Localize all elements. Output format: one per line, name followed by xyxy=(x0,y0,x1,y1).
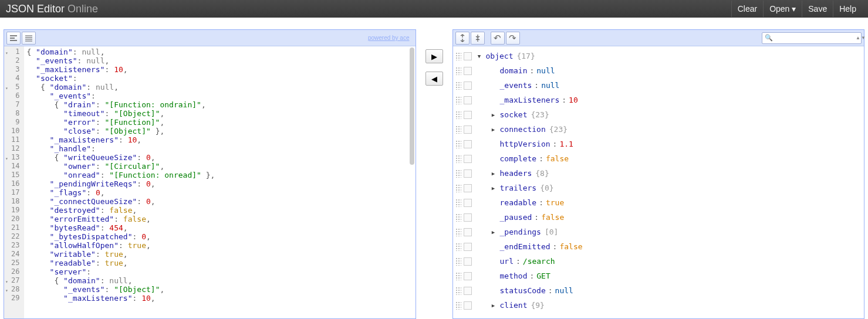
tree-field[interactable]: domain xyxy=(500,66,528,75)
context-menu-button[interactable] xyxy=(464,228,472,236)
code-line[interactable]: "error": "[Function]", xyxy=(26,118,413,127)
drag-handle-icon[interactable] xyxy=(455,243,461,251)
tree-field[interactable]: url xyxy=(500,257,514,266)
search-next-icon[interactable]: ▼ xyxy=(861,35,866,40)
tree-field[interactable]: object xyxy=(486,52,514,60)
expand-toggle-icon[interactable]: ▶ xyxy=(489,229,498,235)
drag-handle-icon[interactable] xyxy=(455,184,461,192)
context-menu-button[interactable] xyxy=(464,111,472,119)
tree-value[interactable]: 1.1 xyxy=(559,140,573,148)
code-line[interactable]: "destroyed": false, xyxy=(26,206,413,215)
code-line[interactable]: "server": xyxy=(26,267,413,276)
expand-toggle-icon[interactable]: ▶ xyxy=(489,171,498,177)
code-line[interactable]: { "domain": null, xyxy=(26,83,413,91)
tree-row[interactable]: ▶connection{23} xyxy=(453,122,864,137)
tree-value[interactable]: /search xyxy=(523,257,555,266)
context-menu-button[interactable] xyxy=(464,82,472,90)
redo-button[interactable]: ↷ xyxy=(506,32,520,45)
context-menu-button[interactable] xyxy=(464,169,472,178)
code-line[interactable]: "owner": "[Circular]", xyxy=(26,162,413,171)
code-line[interactable]: "allowHalfOpen": true, xyxy=(26,241,413,250)
tree-row[interactable]: url:/search xyxy=(453,254,864,269)
expand-toggle-icon[interactable]: ▶ xyxy=(489,303,498,308)
expand-toggle-icon[interactable]: ▼ xyxy=(475,53,484,59)
context-menu-button[interactable] xyxy=(464,96,472,104)
code-line[interactable]: "_maxListeners": 10, xyxy=(26,65,413,74)
menu-save[interactable]: Save xyxy=(802,1,833,17)
search-input[interactable] xyxy=(775,35,856,42)
drag-handle-icon[interactable] xyxy=(455,199,461,207)
search-prev-icon[interactable]: ▲ xyxy=(856,35,860,40)
tree-row[interactable]: _endEmitted:false xyxy=(453,239,864,254)
tree-field[interactable]: statusCode xyxy=(500,286,546,295)
tree-field[interactable]: complete xyxy=(500,154,537,163)
tree-field[interactable]: connection xyxy=(500,125,546,134)
code-line[interactable]: "_maxListeners": 10, xyxy=(26,135,413,144)
tree-row[interactable]: _events:null xyxy=(453,78,864,93)
drag-handle-icon[interactable] xyxy=(455,169,461,178)
context-menu-button[interactable] xyxy=(464,287,472,295)
tree-row[interactable]: ▶socket{23} xyxy=(453,107,864,122)
tree-field[interactable]: _paused xyxy=(500,213,532,222)
context-menu-button[interactable] xyxy=(464,155,472,163)
tree-field[interactable]: _events xyxy=(500,81,532,90)
scrollbar-vertical[interactable] xyxy=(410,47,414,165)
code-line[interactable]: "socket": xyxy=(26,74,413,83)
tree-field[interactable]: _maxListeners xyxy=(500,96,560,104)
fold-toggle-icon[interactable]: ▾ xyxy=(5,49,8,57)
drag-handle-icon[interactable] xyxy=(455,52,461,60)
context-menu-button[interactable] xyxy=(464,301,472,310)
tree-field[interactable]: trailers xyxy=(500,184,537,192)
tree-row[interactable]: httpVersion:1.1 xyxy=(453,137,864,151)
drag-handle-icon[interactable] xyxy=(455,96,461,104)
tree-row[interactable]: complete:false xyxy=(453,151,864,166)
tree-row[interactable]: domain:null xyxy=(453,63,864,78)
code-line[interactable]: "errorEmitted": false, xyxy=(26,215,413,223)
tree-field[interactable]: method xyxy=(500,272,528,280)
drag-handle-icon[interactable] xyxy=(455,272,461,280)
code-line[interactable]: "timeout": "[Object]", xyxy=(26,109,413,118)
tree-field[interactable]: headers xyxy=(500,169,532,178)
code-line[interactable]: "readable": true, xyxy=(26,259,413,267)
context-menu-button[interactable] xyxy=(464,140,472,148)
tree-row[interactable]: _paused:false xyxy=(453,210,864,225)
code-line[interactable]: { "drain": "[Function: ondrain]", xyxy=(26,100,413,109)
drag-handle-icon[interactable] xyxy=(455,228,461,236)
code-body[interactable]: { "domain": null, "_events": null, "_max… xyxy=(24,46,415,318)
undo-button[interactable]: ↶ xyxy=(491,32,505,45)
code-line[interactable]: "_events": "[Object]", xyxy=(26,285,413,294)
tree-row[interactable]: ▶trailers{0} xyxy=(453,181,864,195)
tree-value[interactable]: 10 xyxy=(569,96,578,104)
drag-handle-icon[interactable] xyxy=(455,125,461,134)
code-line[interactable]: { "domain": null, xyxy=(26,276,413,285)
search-box[interactable]: 🔍 ▲ ▼ xyxy=(762,32,862,44)
tree-field[interactable]: _endEmitted xyxy=(500,242,550,251)
code-line[interactable]: "bytesRead": 454, xyxy=(26,223,413,232)
tree-row[interactable]: statusCode:null xyxy=(453,283,864,298)
tree-row[interactable]: ▶client{9} xyxy=(453,298,864,313)
tree-row[interactable]: ▶headers{8} xyxy=(453,166,864,181)
code-line[interactable]: "writable": true, xyxy=(26,250,413,259)
tree-field[interactable]: _pendings xyxy=(500,228,541,236)
drag-handle-icon[interactable] xyxy=(455,155,461,163)
powered-by-link[interactable]: powered by ace xyxy=(368,35,413,41)
fold-toggle-icon[interactable]: ▾ xyxy=(5,84,8,93)
tree-view[interactable]: ▼object{17}domain:null_events:null_maxLi… xyxy=(453,46,864,318)
tree-row[interactable]: method:GET xyxy=(453,269,864,283)
context-menu-button[interactable] xyxy=(464,213,472,222)
code-line[interactable]: "_bytesDispatched": 0, xyxy=(26,232,413,241)
context-menu-button[interactable] xyxy=(464,257,472,266)
fold-toggle-icon[interactable]: ▾ xyxy=(5,154,8,163)
context-menu-button[interactable] xyxy=(464,52,472,60)
code-line[interactable]: { "domain": null, xyxy=(26,47,413,56)
fold-toggle-icon[interactable]: ▾ xyxy=(5,286,8,295)
drag-handle-icon[interactable] xyxy=(455,213,461,222)
context-menu-button[interactable] xyxy=(464,272,472,280)
tree-row[interactable]: ▶_pendings[0] xyxy=(453,225,864,239)
tree-value[interactable]: null xyxy=(536,66,555,75)
code-line[interactable]: "_handle": xyxy=(26,144,413,153)
drag-handle-icon[interactable] xyxy=(455,257,461,266)
context-menu-button[interactable] xyxy=(464,125,472,134)
tree-row[interactable]: _maxListeners:10 xyxy=(453,93,864,107)
tree-field[interactable]: readable xyxy=(500,198,537,207)
